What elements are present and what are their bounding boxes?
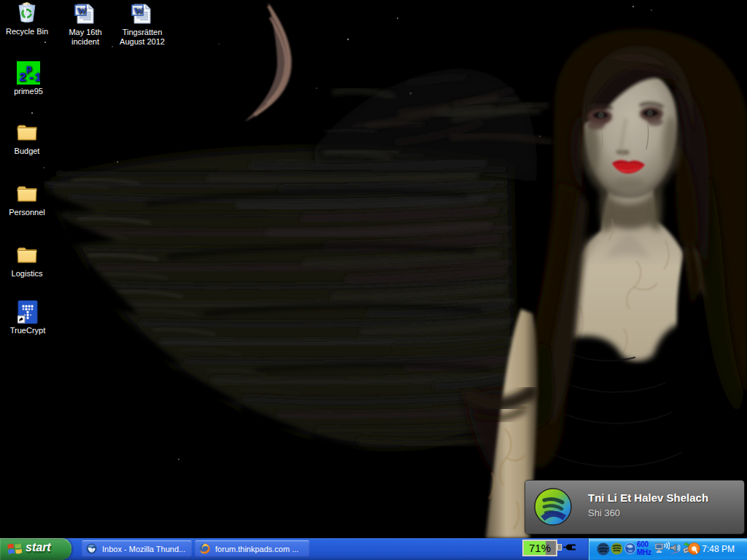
svg-text:2: 2 [19, 71, 26, 85]
svg-text:-1: -1 [28, 71, 40, 85]
